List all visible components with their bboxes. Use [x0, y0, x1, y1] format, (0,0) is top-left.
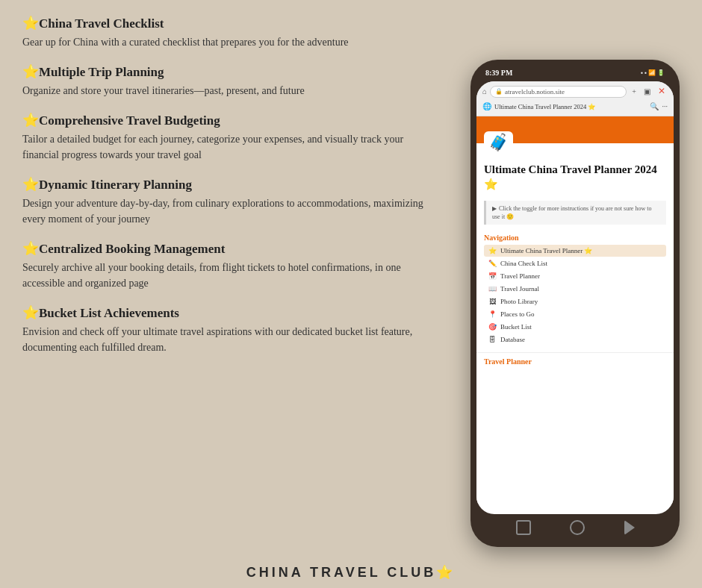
star-icon: ⭐ [22, 113, 39, 128]
nav-photo-icon: 🖼 [488, 298, 497, 305]
feature-desc: Tailor a detailed budget for each journe… [22, 131, 426, 163]
page-title-area: Ultimate China Travel Planner 2024 ⭐ [476, 155, 674, 196]
nav-item-label: Places to Go [500, 310, 535, 318]
star-icon: ⭐ [22, 64, 39, 79]
circle-button[interactable] [570, 520, 585, 535]
nav-item-travel-journal[interactable]: 📖 Travel Journal [484, 283, 666, 295]
square-button[interactable] [516, 520, 531, 535]
nav-star-icon: ⭐ [488, 247, 497, 254]
page-navigation: Navigation ⭐ Ultimate China Travel Plann… [476, 229, 674, 351]
tabs-button[interactable]: ▣ [642, 87, 653, 96]
nav-calendar-icon: 📅 [488, 272, 497, 280]
travel-planner-link[interactable]: Travel Planner [476, 352, 674, 370]
feature-desc: Gear up for China with a curated checkli… [22, 34, 426, 50]
phone-time: 8:39 PM [485, 69, 512, 77]
nav-item-label: Database [500, 336, 525, 343]
feature-title: ⭐Centralized Booking Management [22, 240, 426, 257]
tab-title: Ultimate China Travel Planner 2024 ⭐ [494, 103, 650, 110]
tab-favicon: 🌐 [482, 102, 491, 110]
feature-china-travel-checklist: ⭐China Travel Checklist Gear up for Chin… [22, 15, 426, 50]
feature-comprehensive-travel-budgeting: ⭐Comprehensive Travel Budgeting Tailor a… [22, 112, 426, 163]
features-panel: ⭐China Travel Checklist Gear up for Chin… [22, 15, 426, 543]
star-icon: ⭐ [22, 241, 39, 256]
phone-outer: 8:39 PM ▪ ▪ 📶 🔋 ⌂ 🔒 atravelclub.notion.s… [470, 60, 680, 547]
nav-item-label: China Check List [500, 260, 547, 267]
star-icon: ⭐ [22, 16, 39, 31]
feature-title: ⭐Dynamic Itinerary Planning [22, 176, 426, 193]
nav-item-china-checklist[interactable]: ✏️ China Check List [484, 257, 666, 269]
nav-book-icon: 📖 [488, 285, 497, 293]
footer-text: CHINA TRAVEL CLUB [246, 565, 437, 580]
feature-bucket-list-achievements: ⭐Bucket List Achievements Envision and c… [22, 304, 426, 355]
feature-desc: Design your adventure day-by-day, from c… [22, 196, 426, 227]
page-title-star-icon: ⭐ [484, 178, 498, 190]
nav-item-label: Photo Library [500, 298, 538, 305]
feature-dynamic-itinerary-planning: ⭐Dynamic Itinerary Planning Design your … [22, 176, 426, 227]
phone-mockup: 8:39 PM ▪ ▪ 📶 🔋 ⌂ 🔒 atravelclub.notion.s… [470, 60, 680, 547]
feature-title: ⭐China Travel Checklist [22, 15, 426, 31]
footer-star-icon: ⭐ [436, 565, 456, 580]
feature-centralized-booking-management: ⭐Centralized Booking Management Securely… [22, 240, 426, 291]
browser-tab-bar: 🌐 Ultimate China Travel Planner 2024 ⭐ 🔍… [482, 101, 668, 112]
tab-action-icons: 🔍 ··· [650, 102, 668, 110]
lock-icon: 🔒 [495, 88, 503, 95]
nav-item-label: Travel Planner [500, 272, 540, 280]
url-text: atravelclub.notion.site [505, 88, 565, 96]
nav-edit-icon: ✏️ [488, 260, 497, 267]
phone-screen: ⌂ 🔒 atravelclub.notion.site + ▣ ✕ 🌐 Ulti… [476, 81, 674, 514]
toggle-hint: ▶Click the toggle for more instructions … [484, 201, 666, 225]
nav-item-travel-planner[interactable]: 📅 Travel Planner [484, 270, 666, 282]
nav-item-label: Travel Journal [500, 285, 539, 293]
nav-item-bucket-list[interactable]: 🎯 Bucket List [484, 321, 666, 333]
page-title-text: Ultimate China Travel Planner 2024 [484, 163, 657, 175]
nav-pin-icon: 📍 [488, 310, 497, 318]
feature-desc: Organize and store your travel itinerari… [22, 83, 426, 98]
footer: CHINA TRAVEL CLUB⭐ [0, 564, 702, 581]
nav-item-label: Ultimate China Travel Planner ⭐ [500, 247, 593, 254]
add-tab-button[interactable]: + [630, 87, 639, 96]
page-title: Ultimate China Travel Planner 2024 ⭐ [484, 163, 666, 192]
arrow-icon: ▶ [492, 205, 497, 212]
nav-database-icon: 🗄 [488, 336, 497, 343]
star-icon: ⭐ [22, 177, 39, 192]
nav-item-photo-library[interactable]: 🖼 Photo Library [484, 295, 666, 307]
url-bar[interactable]: 🔒 atravelclub.notion.site [490, 86, 627, 98]
nav-target-icon: 🎯 [488, 323, 497, 331]
browser-top-bar: ⌂ 🔒 atravelclub.notion.site + ▣ ✕ [482, 85, 668, 98]
luggage-icon: 🧳 [484, 131, 513, 153]
back-button[interactable] [624, 520, 635, 535]
feature-desc: Envision and check off your ultimate tra… [22, 324, 426, 355]
search-icon[interactable]: 🔍 [650, 102, 659, 110]
browser-chrome: ⌂ 🔒 atravelclub.notion.site + ▣ ✕ 🌐 Ulti… [476, 81, 674, 116]
feature-title: ⭐Multiple Trip Planning [22, 63, 426, 80]
navigation-label: Navigation [484, 234, 666, 242]
nav-item-places-to-go[interactable]: 📍 Places to Go [484, 308, 666, 320]
feature-desc: Securely archive all your booking detail… [22, 260, 426, 291]
nav-item-database[interactable]: 🗄 Database [484, 334, 666, 345]
star-icon: ⭐ [22, 305, 39, 320]
more-icon[interactable]: ··· [662, 102, 668, 110]
feature-multiple-trip-planning: ⭐Multiple Trip Planning Organize and sto… [22, 63, 426, 98]
home-icon: ⌂ [482, 87, 487, 96]
phone-status-bar: 8:39 PM ▪ ▪ 📶 🔋 [476, 69, 674, 81]
feature-title: ⭐Bucket List Achievements [22, 304, 426, 321]
phone-bottom-bar [476, 514, 674, 538]
page-content: 🧳 Ultimate China Travel Planner 2024 ⭐ ▶… [476, 116, 674, 503]
nav-item-ultimate-planner[interactable]: ⭐ Ultimate China Travel Planner ⭐ [484, 245, 666, 257]
nav-item-label: Bucket List [500, 323, 532, 331]
phone-status-icons: ▪ ▪ 📶 🔋 [641, 69, 665, 76]
feature-title: ⭐Comprehensive Travel Budgeting [22, 112, 426, 128]
toggle-hint-text: Click the toggle for more instructions i… [492, 205, 651, 220]
close-button[interactable]: ✕ [656, 85, 668, 98]
